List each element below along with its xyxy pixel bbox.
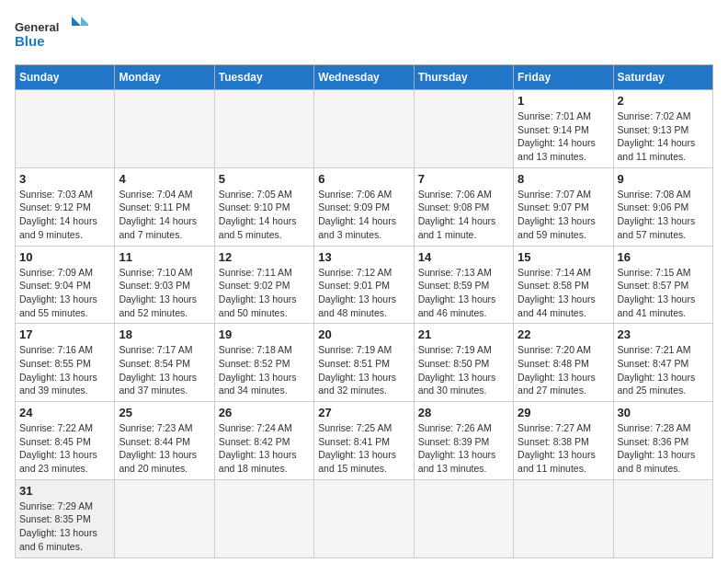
calendar-cell [115, 479, 214, 557]
day-info: Sunrise: 7:08 AM Sunset: 9:06 PM Dayligh… [618, 188, 709, 242]
svg-text:General: General [15, 20, 59, 34]
calendar-cell: 12Sunrise: 7:11 AM Sunset: 9:02 PM Dayli… [214, 246, 313, 324]
calendar-week-2: 3Sunrise: 7:03 AM Sunset: 9:12 PM Daylig… [16, 167, 713, 246]
day-number: 28 [418, 406, 509, 419]
day-info: Sunrise: 7:23 AM Sunset: 8:44 PM Dayligh… [119, 421, 210, 476]
calendar-cell: 5Sunrise: 7:05 AM Sunset: 9:10 PM Daylig… [214, 167, 313, 246]
calendar-cell [314, 479, 414, 557]
day-number: 14 [418, 250, 509, 264]
day-info: Sunrise: 7:20 AM Sunset: 8:48 PM Dayligh… [518, 343, 609, 397]
calendar-cell: 27Sunrise: 7:25 AM Sunset: 8:41 PM Dayli… [314, 402, 414, 480]
weekday-header-tuesday: Tuesday [214, 65, 313, 90]
day-number: 18 [119, 327, 210, 341]
calendar-cell [414, 90, 513, 168]
day-number: 20 [318, 327, 409, 341]
day-info: Sunrise: 7:11 AM Sunset: 9:02 PM Dayligh… [219, 266, 310, 320]
calendar-cell: 7Sunrise: 7:06 AM Sunset: 9:08 PM Daylig… [414, 167, 513, 246]
day-info: Sunrise: 7:14 AM Sunset: 8:58 PM Dayligh… [518, 266, 609, 320]
day-number: 27 [318, 406, 409, 419]
calendar-cell: 11Sunrise: 7:10 AM Sunset: 9:03 PM Dayli… [115, 246, 214, 324]
day-info: Sunrise: 7:06 AM Sunset: 9:09 PM Dayligh… [318, 188, 409, 242]
day-number: 21 [418, 327, 509, 341]
calendar-cell: 31Sunrise: 7:29 AM Sunset: 8:35 PM Dayli… [16, 479, 115, 557]
day-number: 16 [618, 250, 709, 264]
day-number: 30 [618, 406, 709, 419]
calendar-cell: 22Sunrise: 7:20 AM Sunset: 8:48 PM Dayli… [514, 324, 613, 402]
weekday-header-friday: Friday [514, 65, 613, 90]
day-number: 31 [19, 484, 110, 498]
svg-marker-3 [81, 17, 88, 26]
day-number: 11 [119, 250, 210, 264]
calendar-cell: 21Sunrise: 7:19 AM Sunset: 8:50 PM Dayli… [414, 324, 513, 402]
day-number: 24 [19, 406, 110, 419]
day-info: Sunrise: 7:25 AM Sunset: 8:41 PM Dayligh… [318, 421, 409, 476]
calendar-cell [214, 90, 313, 168]
calendar-cell [16, 90, 115, 168]
day-number: 7 [418, 172, 509, 186]
day-info: Sunrise: 7:10 AM Sunset: 9:03 PM Dayligh… [119, 266, 210, 320]
svg-text:Blue: Blue [15, 33, 45, 49]
calendar-week-6: 31Sunrise: 7:29 AM Sunset: 8:35 PM Dayli… [16, 479, 713, 557]
day-info: Sunrise: 7:26 AM Sunset: 8:39 PM Dayligh… [418, 421, 509, 476]
day-info: Sunrise: 7:19 AM Sunset: 8:50 PM Dayligh… [418, 343, 509, 397]
calendar-cell: 10Sunrise: 7:09 AM Sunset: 9:04 PM Dayli… [16, 246, 115, 324]
calendar-cell [115, 90, 214, 168]
day-info: Sunrise: 7:29 AM Sunset: 8:35 PM Dayligh… [19, 500, 110, 554]
day-info: Sunrise: 7:18 AM Sunset: 8:52 PM Dayligh… [219, 343, 310, 397]
day-number: 2 [618, 94, 709, 108]
calendar-cell: 8Sunrise: 7:07 AM Sunset: 9:07 PM Daylig… [514, 167, 613, 246]
day-info: Sunrise: 7:13 AM Sunset: 8:59 PM Dayligh… [418, 266, 509, 320]
calendar-cell: 3Sunrise: 7:03 AM Sunset: 9:12 PM Daylig… [16, 167, 115, 246]
logo: General Blue [15, 15, 88, 55]
day-info: Sunrise: 7:16 AM Sunset: 8:55 PM Dayligh… [19, 343, 110, 397]
weekday-header-wednesday: Wednesday [314, 65, 414, 90]
calendar-cell: 30Sunrise: 7:28 AM Sunset: 8:36 PM Dayli… [613, 402, 712, 480]
calendar-cell: 15Sunrise: 7:14 AM Sunset: 8:58 PM Dayli… [514, 246, 613, 324]
day-number: 19 [219, 327, 310, 341]
day-info: Sunrise: 7:12 AM Sunset: 9:01 PM Dayligh… [318, 266, 409, 320]
day-info: Sunrise: 7:02 AM Sunset: 9:13 PM Dayligh… [618, 109, 709, 164]
calendar-cell: 29Sunrise: 7:27 AM Sunset: 8:38 PM Dayli… [514, 402, 613, 480]
day-info: Sunrise: 7:24 AM Sunset: 8:42 PM Dayligh… [219, 421, 310, 476]
calendar-table: SundayMondayTuesdayWednesdayThursdayFrid… [15, 64, 713, 558]
calendar-cell: 14Sunrise: 7:13 AM Sunset: 8:59 PM Dayli… [414, 246, 513, 324]
calendar-cell: 4Sunrise: 7:04 AM Sunset: 9:11 PM Daylig… [115, 167, 214, 246]
day-number: 17 [19, 327, 110, 341]
calendar-cell [314, 90, 414, 168]
page-header: General Blue [15, 15, 713, 55]
day-number: 1 [518, 94, 609, 108]
day-number: 3 [19, 172, 110, 186]
day-number: 8 [518, 172, 609, 186]
calendar-cell: 2Sunrise: 7:02 AM Sunset: 9:13 PM Daylig… [613, 90, 712, 168]
day-info: Sunrise: 7:27 AM Sunset: 8:38 PM Dayligh… [518, 421, 609, 476]
day-info: Sunrise: 7:03 AM Sunset: 9:12 PM Dayligh… [19, 188, 110, 242]
day-number: 15 [518, 250, 609, 264]
day-info: Sunrise: 7:06 AM Sunset: 9:08 PM Dayligh… [418, 188, 509, 242]
calendar-cell: 25Sunrise: 7:23 AM Sunset: 8:44 PM Dayli… [115, 402, 214, 480]
calendar-cell: 20Sunrise: 7:19 AM Sunset: 8:51 PM Dayli… [314, 324, 414, 402]
calendar-cell: 13Sunrise: 7:12 AM Sunset: 9:01 PM Dayli… [314, 246, 414, 324]
weekday-header-thursday: Thursday [414, 65, 513, 90]
calendar-cell: 9Sunrise: 7:08 AM Sunset: 9:06 PM Daylig… [613, 167, 712, 246]
generalblue-logo-icon: General Blue [15, 15, 88, 55]
day-number: 5 [219, 172, 310, 186]
calendar-week-4: 17Sunrise: 7:16 AM Sunset: 8:55 PM Dayli… [16, 324, 713, 402]
day-number: 25 [119, 406, 210, 419]
day-info: Sunrise: 7:09 AM Sunset: 9:04 PM Dayligh… [19, 266, 110, 320]
day-number: 4 [119, 172, 210, 186]
calendar-cell: 24Sunrise: 7:22 AM Sunset: 8:45 PM Dayli… [16, 402, 115, 480]
calendar-cell: 28Sunrise: 7:26 AM Sunset: 8:39 PM Dayli… [414, 402, 513, 480]
day-number: 12 [219, 250, 310, 264]
day-info: Sunrise: 7:07 AM Sunset: 9:07 PM Dayligh… [518, 188, 609, 242]
day-number: 10 [19, 250, 110, 264]
calendar-cell: 17Sunrise: 7:16 AM Sunset: 8:55 PM Dayli… [16, 324, 115, 402]
day-info: Sunrise: 7:19 AM Sunset: 8:51 PM Dayligh… [318, 343, 409, 397]
day-info: Sunrise: 7:15 AM Sunset: 8:57 PM Dayligh… [618, 266, 709, 320]
calendar-cell: 23Sunrise: 7:21 AM Sunset: 8:47 PM Dayli… [613, 324, 712, 402]
svg-marker-2 [72, 17, 81, 26]
calendar-week-1: 1Sunrise: 7:01 AM Sunset: 9:14 PM Daylig… [16, 90, 713, 168]
day-number: 22 [518, 327, 609, 341]
day-info: Sunrise: 7:05 AM Sunset: 9:10 PM Dayligh… [219, 188, 310, 242]
calendar-header-row: SundayMondayTuesdayWednesdayThursdayFrid… [16, 65, 713, 90]
day-number: 9 [618, 172, 709, 186]
